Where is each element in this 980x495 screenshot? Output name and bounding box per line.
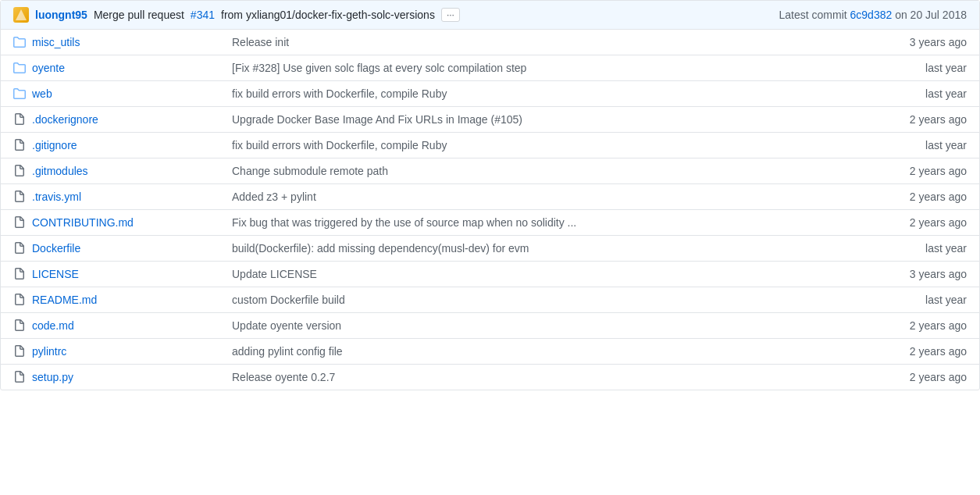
table-row: web fix build errors with Dockerfile, co… <box>1 81 979 107</box>
file-message-cell: Change submodule remote path <box>219 158 878 183</box>
file-link[interactable]: CONTRIBUTING.md <box>32 216 134 229</box>
file-message-cell: adding pylint config file <box>219 339 878 364</box>
file-icon <box>13 165 26 177</box>
file-time-cell: 2 years ago <box>878 184 979 209</box>
file-message-cell: [Fix #328] Use given solc flags at every… <box>219 55 878 80</box>
file-name-cell: .gitignore <box>1 133 219 158</box>
file-icon <box>13 113 26 126</box>
file-link[interactable]: misc_utils <box>32 36 80 48</box>
file-time-cell: 2 years ago <box>878 107 979 132</box>
file-time-cell: 2 years ago <box>878 339 979 364</box>
table-row: .gitignore fix build errors with Dockerf… <box>1 133 979 158</box>
file-icon <box>13 319 26 332</box>
commit-hash[interactable]: 6c9d382 <box>850 9 893 21</box>
file-icon <box>13 345 26 358</box>
table-row: oyente [Fix #328] Use given solc flags a… <box>1 55 979 81</box>
table-row: pylintrc adding pylint config file 2 yea… <box>1 339 979 365</box>
pr-link[interactable]: #341 <box>191 9 215 21</box>
file-name-cell: oyente <box>1 55 219 80</box>
file-message-cell: custom Dockerfile build <box>219 287 878 312</box>
pr-from-text: from yxliang01/docker-fix-geth-solc-vers… <box>221 9 435 21</box>
file-time-cell: 2 years ago <box>878 210 979 235</box>
file-message-cell: fix build errors with Dockerfile, compil… <box>219 133 878 158</box>
file-message-cell: Release oyente 0.2.7 <box>219 365 878 390</box>
file-time-cell: last year <box>878 133 979 158</box>
folder-icon <box>13 36 26 48</box>
commit-bar-left: luongnt95 Merge pull request #341 from y… <box>13 7 460 23</box>
commit-date: on 20 Jul 2018 <box>895 9 967 21</box>
table-row: code.md Update oyente version 2 years ag… <box>1 313 979 339</box>
file-time-cell: 2 years ago <box>878 365 979 390</box>
file-time-cell: 3 years ago <box>878 262 979 287</box>
file-link[interactable]: LICENSE <box>32 268 79 280</box>
file-message-cell: build(Dockerfile): add missing dependenc… <box>219 236 878 261</box>
table-row: LICENSE Update LICENSE 3 years ago <box>1 262 979 287</box>
repository-file-browser: luongnt95 Merge pull request #341 from y… <box>0 0 980 390</box>
file-name-cell: .travis.yml <box>1 184 219 209</box>
file-icon <box>13 191 26 203</box>
file-message-cell: Upgrade Docker Base Image And Fix URLs i… <box>219 107 878 132</box>
file-icon <box>13 268 26 280</box>
table-row: Dockerfile build(Dockerfile): add missin… <box>1 236 979 262</box>
file-name-cell: .dockerignore <box>1 107 219 132</box>
table-row: README.md custom Dockerfile build last y… <box>1 287 979 313</box>
file-list: misc_utils Release init 3 years ago oyen… <box>1 30 979 390</box>
file-time-cell: last year <box>878 236 979 261</box>
table-row: setup.py Release oyente 0.2.7 2 years ag… <box>1 365 979 390</box>
file-name-cell: LICENSE <box>1 262 219 287</box>
file-message-cell: Update LICENSE <box>219 262 878 287</box>
file-message-cell: Release init <box>219 30 878 55</box>
file-name-cell: web <box>1 81 219 106</box>
file-link[interactable]: .gitignore <box>32 139 77 151</box>
file-name-cell: README.md <box>1 287 219 312</box>
file-link[interactable]: .dockerignore <box>32 113 98 126</box>
file-link[interactable]: code.md <box>32 319 74 332</box>
file-link[interactable]: web <box>32 87 52 100</box>
file-icon <box>13 242 26 255</box>
file-message-cell: Added z3 + pylint <box>219 184 878 209</box>
file-name-cell: misc_utils <box>1 30 219 55</box>
table-row: CONTRIBUTING.md Fix bug that was trigger… <box>1 210 979 236</box>
file-time-cell: last year <box>878 81 979 106</box>
avatar <box>13 7 29 23</box>
file-name-cell: setup.py <box>1 365 219 390</box>
table-row: .dockerignore Upgrade Docker Base Image … <box>1 107 979 133</box>
commit-author[interactable]: luongnt95 <box>35 9 87 21</box>
table-row: misc_utils Release init 3 years ago <box>1 30 979 55</box>
file-icon <box>13 139 26 151</box>
file-link[interactable]: pylintrc <box>32 345 66 358</box>
file-link[interactable]: README.md <box>32 294 97 306</box>
file-message-cell: Fix bug that was triggered by the use of… <box>219 210 878 235</box>
folder-icon <box>13 62 26 74</box>
table-row: .gitmodules Change submodule remote path… <box>1 158 979 184</box>
commit-dots-button[interactable]: ··· <box>441 8 460 22</box>
file-link[interactable]: .gitmodules <box>32 165 88 177</box>
table-row: .travis.yml Added z3 + pylint 2 years ag… <box>1 184 979 210</box>
file-icon <box>13 294 26 306</box>
file-time-cell: 2 years ago <box>878 313 979 338</box>
file-link[interactable]: Dockerfile <box>32 242 80 255</box>
file-name-cell: CONTRIBUTING.md <box>1 210 219 235</box>
file-time-cell: last year <box>878 55 979 80</box>
file-link[interactable]: .travis.yml <box>32 191 81 203</box>
file-name-cell: code.md <box>1 313 219 338</box>
latest-commit-label: Latest commit <box>779 9 847 21</box>
file-link[interactable]: oyente <box>32 62 65 74</box>
file-message-cell: fix build errors with Dockerfile, compil… <box>219 81 878 106</box>
file-name-cell: .gitmodules <box>1 158 219 183</box>
commit-bar-right: Latest commit 6c9d382 on 20 Jul 2018 <box>779 9 968 21</box>
file-message-cell: Update oyente version <box>219 313 878 338</box>
commit-message-text: Merge pull request <box>94 9 184 21</box>
file-icon <box>13 371 26 383</box>
commit-bar: luongnt95 Merge pull request #341 from y… <box>1 1 979 30</box>
folder-icon <box>13 87 26 100</box>
file-link[interactable]: setup.py <box>32 371 73 383</box>
file-icon <box>13 216 26 229</box>
file-time-cell: 2 years ago <box>878 158 979 183</box>
file-name-cell: Dockerfile <box>1 236 219 261</box>
file-name-cell: pylintrc <box>1 339 219 364</box>
file-time-cell: 3 years ago <box>878 30 979 55</box>
file-time-cell: last year <box>878 287 979 312</box>
